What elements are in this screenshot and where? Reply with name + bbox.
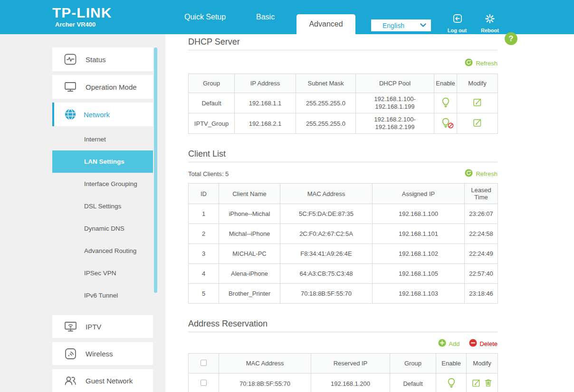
cell-assigned-ip: 192.168.1.100 <box>373 204 465 224</box>
sidebar-scrollbar[interactable] <box>154 47 157 293</box>
select-all-checkbox[interactable] <box>201 360 207 366</box>
tab-quick-setup[interactable]: Quick Setup <box>184 0 226 34</box>
add-icon <box>438 339 446 348</box>
section-title-dhcp-server: DHCP Server <box>188 37 497 47</box>
help-button[interactable]: ? <box>505 32 517 45</box>
tplink-logo: TP-LINK Archer VR400 <box>52 6 112 28</box>
cell-enable <box>434 93 457 113</box>
col-modify: Modify <box>467 354 498 373</box>
bulb-on-icon[interactable] <box>446 377 457 389</box>
sidebar-item-label: Guest Network <box>86 377 133 385</box>
cell-leased-time: 22:24:58 <box>465 224 498 244</box>
cell-group: IPTV_Group <box>189 113 235 134</box>
network-submenu: Internet LAN Settings Interface Grouping… <box>52 128 153 307</box>
cell-modify <box>457 93 498 113</box>
submenu-item-dynamic-dns[interactable]: Dynamic DNS <box>52 217 153 240</box>
operation-mode-icon <box>64 81 77 93</box>
wireless-icon <box>64 348 77 360</box>
sidebar-item-guest-network[interactable]: Guest Network <box>52 369 153 392</box>
submenu-item-lan-settings[interactable]: LAN Settings <box>52 150 153 173</box>
reboot-button[interactable]: Reboot <box>476 13 504 33</box>
sidebar-item-status[interactable]: Status <box>52 47 153 71</box>
col-dhcp-pool: DHCP Pool <box>356 74 434 93</box>
col-id: ID <box>189 184 219 204</box>
table-row: 5 Brother_Printer 70:18:8B:5F:55:70 192.… <box>189 284 498 304</box>
cell-leased-time: 23:18:46 <box>465 284 498 304</box>
cell-leased-time: 22:57:40 <box>465 264 498 284</box>
sidebar-item-label: Operation Mode <box>86 83 137 91</box>
sidebar-item-network[interactable]: Network <box>52 103 153 126</box>
col-assigned-ip: Assigned IP <box>373 184 465 204</box>
sidebar-item-wireless[interactable]: Wireless <box>52 342 153 365</box>
add-button[interactable]: Add <box>438 339 459 348</box>
language-select[interactable]: English <box>371 19 431 31</box>
cell-assigned-ip: 192.168.1.102 <box>373 244 465 264</box>
table-row: 2 Michal--iPhone 2C:F0:A2:67:C2:5A 192.1… <box>189 224 498 244</box>
client-list-table: ID Client Name MAC Address Assigned IP L… <box>188 183 498 304</box>
table-row: Default 192.168.1.1 255.255.255.0 192.16… <box>189 93 498 113</box>
status-icon <box>64 54 77 65</box>
dhcp-refresh-button[interactable]: Refresh <box>465 58 497 68</box>
cell-client-name: iPhone--Michal <box>219 204 280 224</box>
cell-mac: 2C:F0:A2:67:C2:5A <box>280 224 373 244</box>
table-row: 3 MICHAL-PC F8:34:41:A9:26:4E 192.168.1.… <box>189 244 498 264</box>
logout-button[interactable]: Log out <box>443 13 471 33</box>
cell-enable <box>434 113 457 134</box>
bulb-on-icon[interactable] <box>440 97 451 108</box>
main-content: DHCP Server Refresh Group IP Address Sub… <box>165 34 574 392</box>
cell-assigned-ip: 192.168.1.103 <box>373 284 465 304</box>
submenu-item-ipv6-tunnel[interactable]: IPv6 Tunnel <box>52 284 153 307</box>
cell-mask: 255.255.255.0 <box>296 93 356 113</box>
refresh-icon <box>465 58 473 68</box>
cell-assigned-ip: 192.168.1.101 <box>373 224 465 244</box>
refresh-label: Refresh <box>476 60 497 67</box>
table-row: 4 Alena-iPhone 64:A3:CB:75:C3:48 192.168… <box>189 264 498 284</box>
edit-icon[interactable] <box>471 378 481 389</box>
cell-leased-time: 22:24:49 <box>465 244 498 264</box>
divider <box>188 50 497 50</box>
trash-icon[interactable] <box>484 378 493 389</box>
cell-id: 2 <box>189 224 219 244</box>
col-mac-address: MAC Address <box>280 184 373 204</box>
tab-basic[interactable]: Basic <box>256 0 275 34</box>
col-reserved-ip: Reserved IP <box>311 354 390 373</box>
submenu-item-ipsec-vpn[interactable]: IPSec VPN <box>52 262 153 284</box>
edit-icon[interactable] <box>472 102 482 109</box>
cell-group: Default <box>189 93 235 113</box>
bulb-off-icon[interactable] <box>440 117 451 129</box>
tab-advanced[interactable]: Advanced <box>297 14 355 34</box>
reboot-label: Reboot <box>481 28 499 33</box>
page: TP-LINK Archer VR400 Quick Setup Basic A… <box>0 0 574 392</box>
sidebar: Status Operation Mode <box>0 34 165 392</box>
cell-pool: 192.168.2.100- 192.168.2.199 <box>356 113 434 134</box>
add-label: Add <box>449 340 459 347</box>
cell-ip: 192.168.1.1 <box>235 93 296 113</box>
cell-group: Default <box>390 373 436 392</box>
col-group: Group <box>390 354 436 373</box>
col-mac-address: MAC Address <box>219 354 311 373</box>
submenu-item-internet[interactable]: Internet <box>52 128 153 150</box>
submenu-item-advanced-routing[interactable]: Advanced Routing <box>52 240 153 262</box>
sidebar-item-label: Wireless <box>86 350 113 358</box>
cell-client-name: Michal--iPhone <box>219 224 280 244</box>
sidebar-item-operation-mode[interactable]: Operation Mode <box>52 75 153 99</box>
cell-mask: 255.255.255.0 <box>296 113 356 134</box>
row-checkbox[interactable] <box>201 380 207 386</box>
client-refresh-button[interactable]: Refresh <box>465 169 497 178</box>
submenu-item-interface-grouping[interactable]: Interface Grouping <box>52 173 153 195</box>
cell-enable <box>436 373 467 392</box>
network-globe-icon <box>64 108 77 121</box>
col-group: Group <box>189 74 235 93</box>
delete-button[interactable]: Delete <box>469 339 497 348</box>
cell-assigned-ip: 192.168.1.105 <box>373 264 465 284</box>
table-row: IPTV_Group 192.168.2.1 255.255.255.0 192… <box>189 113 498 134</box>
divider <box>188 162 497 162</box>
cell-mac: F8:34:41:A9:26:4E <box>280 244 373 264</box>
chevron-down-icon <box>420 23 426 28</box>
submenu-item-dsl-settings[interactable]: DSL Settings <box>52 195 153 217</box>
sidebar-item-label: IPTV <box>86 323 101 331</box>
iptv-icon <box>64 321 77 332</box>
table-header-row: MAC Address Reserved IP Group Enable Mod… <box>189 354 498 373</box>
sidebar-item-iptv[interactable]: IPTV <box>52 315 153 338</box>
edit-icon[interactable] <box>472 122 482 129</box>
